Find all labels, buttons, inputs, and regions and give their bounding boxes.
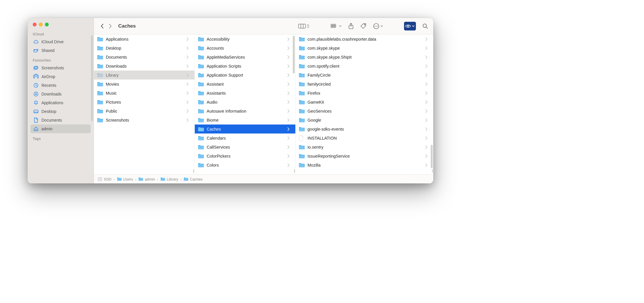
file-row[interactable]: Mozilla — [296, 160, 433, 169]
folder-icon — [198, 109, 204, 114]
zoom-button[interactable] — [45, 23, 49, 26]
folder-icon — [117, 177, 122, 181]
sidebar-item-shared[interactable]: Shared — [30, 46, 91, 55]
file-row[interactable]: INSTALLATION — [296, 134, 433, 143]
breadcrumb-item[interactable]: SSD — [97, 177, 112, 182]
file-row[interactable]: Desktop — [94, 44, 194, 53]
folder-icon — [97, 118, 103, 123]
nav-back-button[interactable] — [98, 22, 106, 30]
file-name-label: Biome — [207, 118, 285, 122]
breadcrumb-item[interactable]: Caches — [183, 177, 203, 181]
sidebar-item-recents[interactable]: Recents — [30, 81, 91, 90]
file-row[interactable]: AppleMediaServices — [195, 53, 295, 62]
minimize-button[interactable] — [39, 23, 43, 26]
sidebar-item-label: Recents — [41, 83, 56, 88]
file-row[interactable]: Biome — [195, 116, 295, 125]
folder-icon — [97, 91, 103, 96]
sidebar-item-icloud-drive[interactable]: iCloud Drive — [30, 37, 91, 46]
sidebar-item-screenshots[interactable]: Screenshots — [30, 64, 91, 72]
chevron-right-icon — [287, 163, 290, 167]
group-by-button[interactable] — [330, 22, 342, 30]
file-row[interactable]: GeoServices — [296, 107, 433, 116]
close-button[interactable] — [33, 23, 37, 26]
file-row[interactable]: Pictures — [94, 98, 194, 107]
file-row[interactable]: Documents — [94, 53, 194, 62]
file-row[interactable]: Assistants — [195, 89, 295, 98]
svg-point-22 — [374, 26, 375, 27]
folder-icon — [299, 46, 305, 51]
sidebar-item-admin[interactable]: admin — [30, 125, 91, 133]
folder-icon — [198, 145, 204, 150]
view-columns-button[interactable] — [298, 22, 310, 30]
preview-toggle-button[interactable] — [404, 22, 416, 30]
column-1: Accessibility Accounts AppleMediaService… — [195, 35, 296, 174]
file-row[interactable]: Accessibility — [195, 35, 295, 44]
shared-icon — [33, 48, 39, 53]
file-row[interactable]: Calendars — [195, 134, 295, 143]
sidebar-item-applications[interactable]: Applications — [30, 98, 91, 107]
file-name-label: com.skype.skype — [308, 46, 423, 50]
file-row[interactable]: com.skype.skype — [296, 44, 433, 53]
file-row[interactable]: google-sdks-events — [296, 125, 433, 134]
file-row[interactable]: IssueReportingService — [296, 152, 433, 160]
file-row[interactable]: Autosave Information — [195, 107, 295, 116]
file-row[interactable]: ColorPickers — [195, 152, 295, 160]
file-row[interactable]: Movies — [94, 80, 194, 89]
column-scrollbar-thumb[interactable] — [431, 145, 433, 168]
share-button[interactable] — [348, 22, 354, 30]
column-resize-handle[interactable]: || — [193, 169, 194, 173]
sidebar-item-label: iCloud Drive — [41, 39, 63, 44]
nav-forward-button[interactable] — [106, 22, 114, 30]
file-row[interactable]: Library — [94, 71, 194, 80]
file-name-label: Audio — [207, 100, 285, 104]
file-row[interactable]: Public — [94, 107, 194, 116]
folder-icon — [299, 64, 305, 69]
file-row[interactable]: CallServices — [195, 143, 295, 152]
path-bar: SSD› Users› admin› Library› Caches — [94, 174, 433, 183]
sidebar-scrollbar-thumb[interactable] — [91, 35, 93, 121]
breadcrumb-item[interactable]: Library — [160, 177, 178, 181]
file-row[interactable]: com.plausiblelabs.crashreporter.data — [296, 35, 433, 44]
file-row[interactable]: Assistant — [195, 80, 295, 89]
file-row[interactable]: Accounts — [195, 44, 295, 53]
file-row[interactable]: Applications — [94, 35, 194, 44]
column-scrollbar-thumb[interactable] — [293, 36, 295, 73]
breadcrumb-separator-icon: › — [135, 177, 136, 181]
file-row[interactable]: com.skype.skype.ShipIt — [296, 53, 433, 62]
chevron-right-icon — [186, 100, 189, 104]
file-row[interactable]: Downloads — [94, 62, 194, 71]
chevron-right-icon — [186, 37, 189, 41]
file-row[interactable]: Firefox — [296, 89, 433, 98]
file-name-label: Accounts — [207, 46, 285, 50]
file-row[interactable]: Application Support — [195, 71, 295, 80]
more-actions-button[interactable] — [373, 22, 383, 30]
file-row[interactable]: FamilyCircle — [296, 71, 433, 80]
file-row[interactable]: Audio — [195, 98, 295, 107]
breadcrumb-item[interactable]: Users — [117, 177, 133, 181]
sidebar-item-desktop[interactable]: Desktop — [30, 107, 91, 116]
chevron-right-icon — [287, 145, 290, 149]
search-button[interactable] — [422, 22, 428, 30]
file-row[interactable]: com.spotify.client — [296, 62, 433, 71]
file-row[interactable]: familycircled — [296, 80, 433, 89]
sidebar-item-downloads[interactable]: Downloads — [30, 90, 91, 98]
file-name-label: Colors — [207, 163, 285, 167]
column-resize-handle[interactable]: || — [294, 169, 294, 173]
file-row[interactable]: io.sentry — [296, 143, 433, 152]
svg-rect-9 — [299, 24, 305, 28]
file-row[interactable]: GameKit — [296, 98, 433, 107]
sidebar-item-airdrop[interactable]: AirDrop — [30, 72, 91, 81]
file-row[interactable]: Google — [296, 116, 433, 125]
folder-icon — [97, 82, 103, 87]
breadcrumb-item[interactable]: admin — [138, 177, 155, 181]
tags-button[interactable] — [360, 22, 367, 30]
file-row[interactable]: Caches — [195, 125, 295, 134]
file-row[interactable]: Screenshots — [94, 116, 194, 125]
sidebar-item-documents[interactable]: Documents — [30, 116, 91, 125]
breadcrumb-label: SSD — [104, 177, 112, 181]
file-row[interactable]: Music — [94, 89, 194, 98]
file-row[interactable]: Colors — [195, 160, 295, 169]
folder-icon — [97, 55, 103, 60]
column-resize-handle[interactable]: || — [432, 169, 432, 173]
file-row[interactable]: Application Scripts — [195, 62, 295, 71]
